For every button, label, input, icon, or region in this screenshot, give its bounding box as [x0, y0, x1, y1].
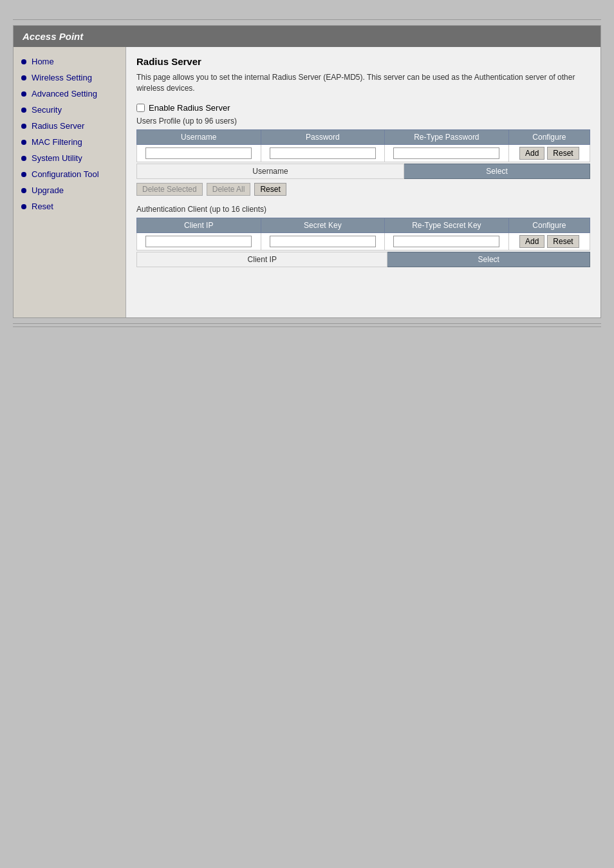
- col-password: Password: [261, 129, 385, 144]
- reset-user-button[interactable]: Reset: [547, 147, 579, 160]
- page-title: Radius Server: [136, 56, 590, 67]
- sidebar-item-security[interactable]: Security: [14, 102, 126, 118]
- client-ip-input[interactable]: [145, 236, 252, 247]
- bullet-icon: [21, 188, 26, 193]
- enable-radius-row: Enable Radius Server: [136, 103, 590, 113]
- sidebar-label-advanced: Advanced Setting: [32, 89, 97, 99]
- content-area: Radius Server This page allows you to se…: [126, 47, 600, 317]
- select-button-col[interactable]: Select: [404, 164, 590, 178]
- sidebar: Home Wireless Setting Advanced Setting S…: [14, 47, 126, 317]
- client-select-table: Client IP Select: [136, 252, 590, 267]
- top-separator: [13, 19, 601, 20]
- bottom-line2: [13, 326, 601, 327]
- reset-client-button[interactable]: Reset: [547, 235, 579, 248]
- sidebar-label-home: Home: [32, 57, 54, 66]
- sidebar-item-mac-filtering[interactable]: MAC Filtering: [14, 134, 126, 150]
- auth-client-label: Authentication Client (up to 16 clients): [136, 205, 590, 214]
- sidebar-label-config: Configuration Tool: [32, 169, 99, 179]
- bottom-line1: [13, 323, 601, 324]
- secret-key-input[interactable]: [270, 236, 376, 247]
- bullet-icon: [21, 156, 26, 161]
- sidebar-item-wireless-setting[interactable]: Wireless Setting: [14, 70, 126, 86]
- col-secret-key: Secret Key: [261, 218, 385, 232]
- action-row: Delete Selected Delete All Reset: [136, 183, 590, 196]
- bullet-icon: [21, 204, 26, 209]
- reset-action-button[interactable]: Reset: [254, 183, 286, 196]
- sidebar-item-upgrade[interactable]: Upgrade: [14, 182, 126, 198]
- add-client-button[interactable]: Add: [519, 235, 544, 248]
- sidebar-label-security: Security: [32, 105, 62, 115]
- auth-client-table: Client IP Secret Key Re-Type Secret Key …: [136, 218, 590, 250]
- sidebar-item-reset[interactable]: Reset: [14, 198, 126, 214]
- bullet-icon: [21, 108, 26, 113]
- sidebar-label-radius: Radius Server: [32, 121, 84, 131]
- sidebar-item-radius-server[interactable]: Radius Server: [14, 118, 126, 134]
- panel: Access Point Home Wireless Setting Advan…: [13, 25, 601, 318]
- col-username: Username: [137, 129, 261, 144]
- select-username-col: Username: [137, 164, 404, 178]
- col-configure: Configure: [508, 129, 590, 144]
- page-description: This page allows you to set the internal…: [136, 72, 590, 94]
- delete-all-button[interactable]: Delete All: [207, 183, 251, 196]
- bullet-icon: [21, 140, 26, 145]
- col-auth-configure: Configure: [508, 218, 590, 232]
- panel-title: Access Point: [23, 31, 83, 42]
- table-row: Add Reset: [137, 232, 590, 250]
- sidebar-item-advanced-setting[interactable]: Advanced Setting: [14, 86, 126, 102]
- sidebar-label-mac: MAC Filtering: [32, 137, 82, 147]
- sidebar-label-reset: Reset: [32, 202, 53, 211]
- username-input[interactable]: [145, 147, 252, 159]
- retype-password-input[interactable]: [393, 147, 499, 159]
- enable-radius-label: Enable Radius Server: [149, 103, 230, 113]
- sidebar-item-system-utility[interactable]: System Utility: [14, 150, 126, 166]
- col-client-ip: Client IP: [137, 218, 261, 232]
- bullet-icon: [21, 172, 26, 177]
- password-input[interactable]: [270, 147, 376, 159]
- bullet-icon: [21, 91, 26, 97]
- bullet-icon: [21, 124, 26, 129]
- col-retype-password: Re-Type Password: [385, 129, 509, 144]
- sidebar-label-upgrade: Upgrade: [32, 185, 64, 195]
- bullet-icon: [21, 75, 26, 80]
- users-profile-label: Users Profile (up to 96 users): [136, 117, 590, 126]
- sidebar-label-wireless: Wireless Setting: [32, 73, 92, 82]
- sidebar-item-configuration-tool[interactable]: Configuration Tool: [14, 166, 126, 182]
- table-row: Add Reset: [137, 144, 590, 162]
- add-user-button[interactable]: Add: [519, 147, 544, 160]
- username-select-table: Username Select: [136, 164, 590, 179]
- panel-header: Access Point: [14, 26, 600, 47]
- select-client-ip-col: Client IP: [137, 252, 387, 267]
- delete-selected-button[interactable]: Delete Selected: [136, 183, 203, 196]
- sidebar-item-home[interactable]: Home: [14, 53, 126, 70]
- sidebar-label-system: System Utility: [32, 153, 82, 163]
- col-retype-secret: Re-Type Secret Key: [385, 218, 509, 232]
- client-select-button-col[interactable]: Select: [387, 252, 590, 267]
- retype-secret-input[interactable]: [393, 236, 499, 247]
- users-table: Username Password Re-Type Password Confi…: [136, 129, 590, 162]
- enable-radius-checkbox[interactable]: [136, 104, 145, 112]
- bullet-icon: [21, 59, 26, 64]
